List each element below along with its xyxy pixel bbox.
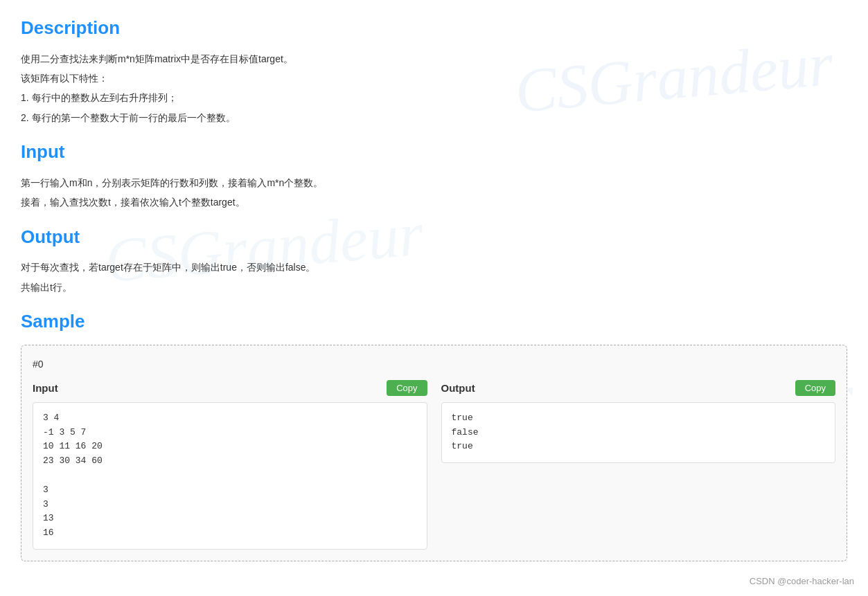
description-line-1: 使用二分查找法来判断m*n矩阵matrix中是否存在目标值target。 [21, 51, 847, 66]
csdn-credit: CSDN @coder-hacker-lan [750, 575, 854, 589]
input-line-1: 第一行输入m和n，分别表示矩阵的行数和列数，接着输入m*n个整数。 [21, 175, 847, 190]
output-line-2: 共输出t行。 [21, 280, 847, 295]
sample-input-code: 3 4 -1 3 5 7 10 11 16 20 23 30 34 60 3 3… [33, 402, 427, 550]
sample-title: Sample [21, 307, 847, 336]
copy-output-button[interactable]: Copy [795, 380, 835, 396]
input-section: Input 第一行输入m和n，分别表示矩阵的行数和列数，接着输入m*n个整数。 … [21, 138, 847, 210]
description-line-3: 1. 每行中的整数从左到右升序排列； [21, 90, 847, 105]
description-line-4: 2. 每行的第一个整数大于前一行的最后一个整数。 [21, 110, 847, 125]
input-title: Input [21, 138, 847, 167]
sample-row: Input Copy 3 4 -1 3 5 7 10 11 16 20 23 3… [33, 380, 835, 550]
description-section: Description 使用二分查找法来判断m*n矩阵matrix中是否存在目标… [21, 14, 847, 125]
sample-output-code: true false true [441, 402, 836, 463]
input-line-2: 接着，输入查找次数t，接着依次输入t个整数target。 [21, 195, 847, 210]
sample-output-label: Output [441, 380, 475, 397]
output-section: Output 对于每次查找，若target存在于矩阵中，则输出true，否则输出… [21, 223, 847, 295]
output-line-1: 对于每次查找，若target存在于矩阵中，则输出true，否则输出false。 [21, 260, 847, 275]
sample-section: Sample #0 Input Copy 3 4 -1 3 5 7 10 11 … [21, 307, 847, 561]
sample-output-header: Output Copy [441, 380, 836, 397]
sample-output-col: Output Copy true false true [441, 380, 836, 550]
sample-id: #0 [33, 356, 835, 372]
output-title: Output [21, 223, 847, 252]
sample-input-header: Input Copy [33, 380, 427, 397]
sample-input-col: Input Copy 3 4 -1 3 5 7 10 11 16 20 23 3… [33, 380, 427, 550]
sample-container: #0 Input Copy 3 4 -1 3 5 7 10 11 16 20 2… [21, 345, 847, 562]
description-title: Description [21, 14, 847, 43]
description-line-2: 该矩阵有以下特性： [21, 71, 847, 86]
copy-input-button[interactable]: Copy [387, 380, 427, 396]
sample-input-label: Input [33, 380, 58, 397]
